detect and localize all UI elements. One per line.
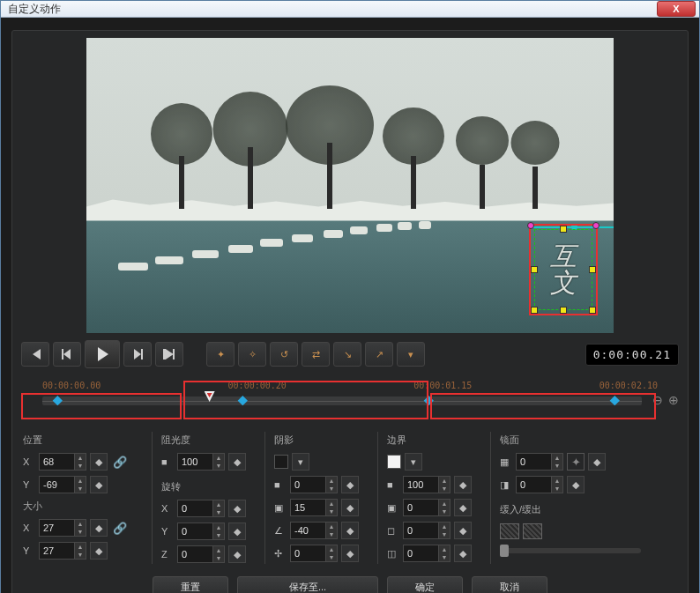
position-keyframe-toggle[interactable]: ◆: [90, 453, 108, 471]
position-title: 位置: [23, 434, 143, 447]
opacity-rotation-group: 阻光度 ■ ▲▼ ◆ 旋转 X ▲▼ ◆ Y ▲▼ ◆: [152, 432, 256, 564]
preview-canvas[interactable]: 互文: [86, 38, 614, 333]
direction-control[interactable]: [567, 453, 585, 471]
shadow-keyframe-toggle[interactable]: ◆: [341, 545, 359, 562]
size-x-input[interactable]: ▲▼: [39, 519, 86, 537]
position-keyframe-toggle[interactable]: ◆: [90, 476, 108, 493]
svg-rect-0: [62, 349, 63, 360]
link-icon[interactable]: 🔗: [113, 522, 127, 535]
shadow-color-swatch[interactable]: [274, 455, 288, 469]
move-icon: ✢: [274, 548, 287, 560]
reverse-keyframes-button[interactable]: ↺: [270, 342, 298, 367]
shadow-title: 阴影: [274, 434, 369, 447]
move-keyframe-left-button[interactable]: ↘: [333, 342, 361, 367]
ease-out-button[interactable]: [523, 523, 542, 539]
shadow-opacity-input[interactable]: ▲▼: [290, 476, 338, 493]
ease-in-button[interactable]: [500, 523, 519, 539]
link-icon[interactable]: 🔗: [113, 456, 127, 469]
annotation-highlight: [183, 381, 428, 419]
size-title: 大小: [23, 500, 143, 513]
shadow-group: 阴影 ▾ ■ ▲▼ ◆ ▣ ▲▼ ◆: [264, 432, 369, 564]
mirror-val2-input[interactable]: ▲▼: [516, 476, 563, 493]
titlebar: 自定义动作 X: [1, 1, 699, 18]
shadow-distance-input[interactable]: ▲▼: [290, 499, 338, 516]
reset-button[interactable]: 重置: [153, 576, 228, 593]
angle-icon: ∠: [274, 525, 287, 537]
rotation-keyframe-toggle[interactable]: ◆: [228, 523, 246, 540]
opacity-input[interactable]: ▲▼: [177, 453, 225, 471]
annotation-highlight: [430, 393, 656, 419]
rotation-keyframe-toggle[interactable]: ◆: [228, 545, 246, 563]
border-width-input[interactable]: ▲▼: [403, 476, 451, 493]
play-button[interactable]: [85, 340, 120, 368]
position-y-input[interactable]: ▲▼: [39, 476, 86, 493]
remove-keyframe-button[interactable]: ✧: [238, 342, 266, 367]
size-y-input[interactable]: ▲▼: [39, 542, 86, 560]
save-as-button[interactable]: 保存至...: [237, 576, 378, 593]
timeline-label: 00:00:00.00: [42, 381, 101, 390]
dialog-footer: 重置 保存至... 确定 取消: [21, 576, 679, 593]
timeline-label: 00:00:02.10: [599, 381, 658, 390]
square-icon: ▣: [274, 502, 287, 514]
rotation-keyframe-toggle[interactable]: ◆: [228, 500, 246, 517]
ease-slider[interactable]: [500, 548, 641, 553]
custom-motion-dialog: 自定义动作 X: [0, 0, 700, 593]
size-keyframe-toggle[interactable]: ◆: [90, 519, 108, 537]
position-x-input[interactable]: ▲▼: [39, 453, 86, 471]
square-icon: ▦: [500, 456, 512, 468]
timecode-display: 0:00:00.21: [585, 344, 679, 366]
border-val3-input[interactable]: ▲▼: [403, 522, 451, 539]
rotation-z-input[interactable]: ▲▼: [177, 545, 225, 563]
square-icon: ■: [387, 479, 399, 490]
border-keyframe-toggle[interactable]: ◆: [454, 476, 472, 493]
parameters-panel: 位置 X ▲▼ ◆ 🔗 Y ▲▼ ◆ 大小 X ▲▼: [21, 432, 679, 564]
shadow-offset-input[interactable]: ▲▼: [290, 545, 338, 562]
ease-title: 缓入/缓出: [500, 503, 679, 516]
square-icon: ■: [274, 479, 287, 490]
cancel-button[interactable]: 取消: [472, 576, 547, 593]
swap-keyframes-button[interactable]: ⇄: [302, 342, 330, 367]
keyframe-menu-button[interactable]: ▾: [397, 342, 425, 367]
next-frame-button[interactable]: [123, 342, 152, 367]
border-title: 边界: [387, 434, 481, 447]
shadow-keyframe-toggle[interactable]: ◆: [341, 522, 359, 539]
close-button[interactable]: X: [657, 1, 696, 17]
square-icon: ◻: [387, 525, 399, 537]
annotation-highlight: [21, 393, 182, 419]
border-color-swatch[interactable]: [387, 455, 401, 469]
shadow-angle-input[interactable]: ▲▼: [290, 522, 338, 539]
rotation-title: 旋转: [161, 480, 256, 493]
square-icon: ◫: [387, 548, 399, 560]
mirror-val1-input[interactable]: ▲▼: [516, 453, 563, 471]
mirror-title: 镜面: [500, 434, 679, 447]
shadow-keyframe-toggle[interactable]: ◆: [341, 476, 359, 493]
border-opacity-input[interactable]: ▲▼: [403, 499, 451, 516]
go-end-button[interactable]: [155, 342, 183, 367]
prev-frame-button[interactable]: [53, 342, 81, 367]
go-start-button[interactable]: [21, 342, 49, 367]
rotation-x-input[interactable]: ▲▼: [177, 500, 225, 517]
mirror-keyframe-toggle[interactable]: ◆: [588, 453, 606, 471]
zoom-in-button[interactable]: ⊕: [668, 393, 679, 407]
window-title: 自定义动作: [4, 2, 657, 17]
mirror-ease-group: 镜面 ▦ ▲▼ ◆ ◨ ▲▼ ◆ 缓入/缓出: [490, 432, 679, 564]
shadow-keyframe-toggle[interactable]: ◆: [341, 499, 359, 516]
mirror-keyframe-toggle[interactable]: ◆: [567, 476, 585, 493]
square-icon: ▣: [387, 502, 399, 514]
svg-rect-1: [141, 349, 143, 360]
border-keyframe-toggle[interactable]: ◆: [454, 522, 472, 539]
opacity-keyframe-toggle[interactable]: ◆: [228, 453, 246, 471]
size-keyframe-toggle[interactable]: ◆: [90, 542, 108, 560]
ok-button[interactable]: 确定: [387, 576, 463, 593]
border-val4-input[interactable]: ▲▼: [403, 545, 451, 562]
opacity-icon: ■: [161, 456, 174, 467]
shadow-color-picker[interactable]: ▾: [292, 453, 309, 471]
border-keyframe-toggle[interactable]: ◆: [454, 545, 472, 562]
move-keyframe-right-button[interactable]: ↗: [365, 342, 393, 367]
border-color-picker[interactable]: ▾: [405, 453, 422, 471]
position-size-group: 位置 X ▲▼ ◆ 🔗 Y ▲▼ ◆ 大小 X ▲▼: [21, 432, 143, 564]
add-keyframe-button[interactable]: ✦: [206, 342, 235, 367]
border-keyframe-toggle[interactable]: ◆: [454, 499, 472, 516]
rotation-y-input[interactable]: ▲▼: [177, 523, 225, 540]
opacity-title: 阻光度: [161, 434, 256, 447]
